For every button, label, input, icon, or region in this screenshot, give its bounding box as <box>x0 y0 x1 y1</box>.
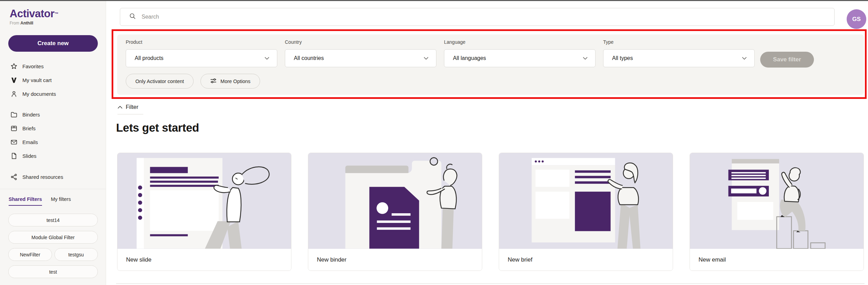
filter-panel: Product All products Country All countri… <box>117 34 864 95</box>
sidebar-item-binders[interactable]: Binders <box>0 108 106 121</box>
chevron-up-icon <box>117 104 123 110</box>
logo-brand: Activator <box>10 8 54 20</box>
sidebar-divider <box>0 189 106 189</box>
new-brief-illustration <box>499 153 673 249</box>
sidebar-item-label: Slides <box>22 153 37 159</box>
sliders-icon <box>210 78 217 85</box>
save-filter-button[interactable]: Save filter <box>760 52 814 68</box>
sidebar-item-label: Emails <box>22 139 38 145</box>
section-divider <box>116 283 865 284</box>
card-footer: New binder <box>308 249 482 271</box>
filter-field-product: Product All products <box>126 39 277 67</box>
saved-filter-pill[interactable]: NewFilter <box>8 248 52 261</box>
saved-filter-pill[interactable]: test14 <box>8 214 98 226</box>
share-icon <box>10 173 18 181</box>
type-select[interactable]: All types <box>603 49 755 67</box>
field-label: Country <box>285 39 436 45</box>
sidebar-item-label: My documents <box>22 91 56 97</box>
sidebar-item-slides[interactable]: Slides <box>0 149 106 163</box>
select-value: All countries <box>294 55 424 61</box>
card-label: New binder <box>317 256 347 263</box>
search-icon <box>129 13 136 21</box>
main-content: GS Product All products Country All coun… <box>106 0 868 285</box>
sidebar-item-label: My vault cart <box>22 77 52 83</box>
select-value: All languages <box>453 55 583 61</box>
card-footer: New brief <box>499 249 673 271</box>
star-icon <box>10 63 18 70</box>
create-new-button[interactable]: Create new <box>8 35 98 52</box>
saved-filter-pill[interactable]: Module Global Filter <box>8 231 98 244</box>
envelope-icon <box>10 139 18 146</box>
new-email-illustration <box>690 153 864 249</box>
saved-filter-pill[interactable]: test <box>8 265 98 278</box>
archive-icon <box>10 125 18 132</box>
filter-toggle-label: Filter <box>126 104 138 110</box>
card-footer: New slide <box>117 249 291 271</box>
new-slide-card[interactable]: New slide <box>117 153 291 271</box>
field-label: Product <box>126 39 277 45</box>
vault-icon <box>10 77 18 84</box>
logo-tm: ™ <box>54 11 59 16</box>
tab-my-filters[interactable]: My filters <box>51 196 71 206</box>
sidebar-item-label: Shared resources <box>22 174 63 180</box>
search-input[interactable] <box>142 14 834 20</box>
app-root: Activator™ From Anthill Create new Favor… <box>0 0 868 285</box>
chevron-down-icon <box>265 55 269 61</box>
sidebar-item-label: Binders <box>22 112 40 118</box>
sidebar-item-shared-resources[interactable]: Shared resources <box>0 170 106 184</box>
new-binder-card[interactable]: New binder <box>308 153 482 271</box>
sidebar-item-my-documents[interactable]: My documents <box>0 87 106 101</box>
user-avatar[interactable]: GS <box>847 9 866 29</box>
filter-tabs: Shared Filters My filters <box>9 196 71 206</box>
country-select[interactable]: All countries <box>285 49 436 67</box>
card-label: New email <box>699 256 726 263</box>
more-options-chip[interactable]: More Options <box>200 74 260 89</box>
chip-label: Only Activator content <box>135 79 184 84</box>
sidebar-item-favorites[interactable]: Favorites <box>0 59 106 73</box>
chevron-down-icon <box>583 55 588 61</box>
select-value: All types <box>612 55 742 61</box>
folder-icon <box>10 111 18 118</box>
card-footer: New email <box>690 249 864 271</box>
chevron-down-icon <box>742 55 747 61</box>
filter-field-type: Type All types <box>603 39 755 67</box>
sidebar-item-emails[interactable]: Emails <box>0 135 106 149</box>
document-icon <box>10 152 18 160</box>
sidebar-item-label: Favorites <box>22 63 44 69</box>
new-brief-card[interactable]: New brief <box>499 153 673 271</box>
only-activator-content-chip[interactable]: Only Activator content <box>126 74 194 89</box>
filter-fields: Product All products Country All countri… <box>126 39 755 67</box>
sidebar-nav-primary: Favorites My vault cart My documents <box>0 59 106 101</box>
select-value: All products <box>135 55 265 61</box>
filter-field-language: Language All languages <box>444 39 596 67</box>
filter-field-country: Country All countries <box>285 39 436 67</box>
chip-label: More Options <box>220 79 250 84</box>
chevron-down-icon <box>424 55 428 61</box>
card-label: New slide <box>126 256 152 263</box>
sidebar-item-label: Briefs <box>22 125 35 131</box>
sidebar-nav-secondary: Binders Briefs Emails Slides <box>0 108 106 163</box>
filter-collapse-toggle[interactable]: Filter <box>117 104 143 114</box>
app-logo: Activator™ From Anthill <box>10 8 59 26</box>
field-label: Language <box>444 39 596 45</box>
saved-filter-pill[interactable]: testgsu <box>54 248 98 261</box>
new-binder-illustration <box>308 153 482 249</box>
sidebar-item-briefs[interactable]: Briefs <box>0 121 106 135</box>
top-window-edge <box>0 0 868 1</box>
search-bar <box>120 8 835 26</box>
new-email-card[interactable]: New email <box>690 153 864 271</box>
language-select[interactable]: All languages <box>444 49 596 67</box>
logo-tagline: From Anthill <box>10 21 59 26</box>
saved-filter-pills: test14 Module Global Filter NewFilter te… <box>8 214 98 278</box>
product-select[interactable]: All products <box>126 49 277 67</box>
filter-chips: Only Activator content More Options <box>126 74 260 89</box>
person-icon <box>10 90 18 98</box>
sidebar-item-vault-cart[interactable]: My vault cart <box>0 73 106 87</box>
new-slide-illustration <box>117 153 291 249</box>
field-label: Type <box>603 39 755 45</box>
card-label: New brief <box>508 256 533 263</box>
tab-shared-filters[interactable]: Shared Filters <box>9 196 42 206</box>
sidebar: Activator™ From Anthill Create new Favor… <box>0 0 106 285</box>
page-title: Lets get started <box>116 121 199 134</box>
get-started-cards: New slide <box>117 153 864 271</box>
